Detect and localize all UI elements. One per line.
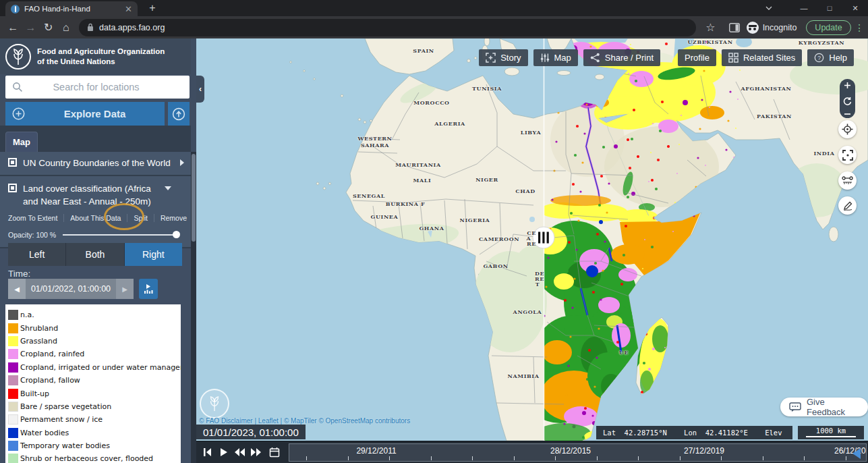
window-minimize-button[interactable]: —: [791, 4, 817, 12]
map-button-story[interactable]: Story: [479, 49, 527, 66]
tab-title: FAO Hand-in-Hand: [24, 5, 125, 13]
update-button[interactable]: Update: [806, 20, 850, 35]
address-bar[interactable]: data.apps.fao.org: [79, 19, 696, 36]
time-next-button[interactable]: ▶: [116, 279, 134, 299]
home-button[interactable]: ⌂: [57, 22, 75, 34]
map-button-share-print[interactable]: Share / Print: [583, 49, 660, 66]
window-close-button[interactable]: ✕: [842, 4, 868, 13]
search-input[interactable]: [23, 82, 190, 92]
sidebar-collapse-button[interactable]: ‹: [196, 76, 204, 103]
sidebar-scrollbar[interactable]: [191, 152, 196, 463]
share-icon: [590, 53, 600, 63]
new-tab-button[interactable]: +: [146, 2, 159, 14]
layer-checkbox[interactable]: [8, 184, 17, 192]
time-value[interactable]: 01/01/2022, 01:00:00: [26, 279, 116, 299]
split-both-button[interactable]: Both: [65, 243, 123, 266]
map-attribution[interactable]: © FAO Disclaimer | Leaflet | © MapTiler …: [199, 417, 410, 425]
scale-line: [806, 436, 856, 437]
layer-un-boundaries[interactable]: UN Country Boundaries of the World: [0, 152, 191, 176]
layer-landcover-panel: Land cover classification (Africa and Ne…: [0, 176, 191, 248]
reload-button[interactable]: ↻: [40, 21, 57, 34]
map-button-label: Help: [829, 53, 847, 63]
legend-item: Built-up: [8, 387, 178, 400]
measure-button[interactable]: [838, 171, 857, 190]
sidebar-header: Food and Agriculture Organization of the…: [0, 38, 191, 74]
time-animate-button[interactable]: [139, 279, 158, 299]
map-current-time: 01/01/2023, 01:00:00: [196, 425, 306, 439]
legend-swatch: [8, 362, 18, 373]
map-button-label: Story: [500, 53, 521, 63]
timeline-date-label: 27/12/2019: [684, 446, 724, 456]
slider-knob[interactable]: [173, 231, 180, 238]
split-right-button[interactable]: Right: [124, 243, 182, 266]
map-button-label: Related Sites: [743, 53, 795, 63]
locate-button[interactable]: [838, 120, 857, 138]
window-chevron-icon[interactable]: [765, 6, 791, 10]
legend-label: Built-up: [20, 389, 49, 398]
give-feedback-button[interactable]: Give Feedback: [780, 398, 868, 416]
upload-data-button[interactable]: [168, 102, 190, 126]
zoom-out-button[interactable]: [844, 113, 851, 115]
timeline-forward-button[interactable]: [248, 444, 264, 460]
back-button[interactable]: ←: [4, 22, 22, 34]
layer-title: UN Country Boundaries of the World: [23, 157, 180, 170]
tab-map[interactable]: Map: [5, 132, 38, 152]
map-button-label: Share / Print: [605, 53, 654, 63]
map-button-profile[interactable]: Profile: [678, 49, 716, 66]
tab-close-icon[interactable]: ✕: [125, 4, 132, 14]
timeline-skip-start-button[interactable]: [199, 444, 215, 460]
timeline-rewind-button[interactable]: [231, 444, 248, 460]
legend-swatch: [8, 389, 18, 399]
window-maximize-button[interactable]: □: [817, 4, 842, 12]
search-icon: [12, 82, 23, 92]
app-root: Food and Agriculture Organization of the…: [0, 38, 868, 463]
split-action[interactable]: Split: [127, 214, 153, 222]
timeline-tick: [472, 456, 473, 460]
layer-landcover[interactable]: Land cover classification (Africa and Ne…: [0, 178, 191, 210]
legend-label: Shrubland: [20, 324, 58, 333]
split-left-button[interactable]: Left: [8, 243, 65, 266]
timeline-tick: [763, 456, 763, 460]
opacity-slider[interactable]: [63, 234, 179, 236]
zoom-in-button[interactable]: [844, 82, 851, 89]
menu-kebab-icon[interactable]: ⋮: [851, 22, 868, 33]
browser-tab[interactable]: FAO Hand-in-Hand ✕: [5, 1, 138, 16]
bookmark-star-icon[interactable]: ☆: [701, 21, 719, 34]
sidebar: Food and Agriculture Organization of the…: [0, 38, 196, 463]
fao-logo-icon: [5, 44, 31, 70]
timeline-current-marker[interactable]: [852, 448, 861, 459]
timeline-date-label: 28/12/2015: [550, 446, 591, 456]
zoom-reset-icon[interactable]: [843, 97, 852, 105]
pencil-icon: [842, 200, 853, 211]
map-button-help[interactable]: ?Help: [807, 49, 854, 66]
forward-button[interactable]: →: [22, 22, 39, 34]
timeline-tick: [804, 456, 805, 460]
opacity-control: Opacity: 100 %: [0, 227, 191, 240]
timeline-tick: [680, 456, 681, 460]
scrollbar-thumb[interactable]: [192, 154, 196, 242]
side-panel-icon[interactable]: [729, 23, 740, 32]
about-this-data-action[interactable]: About This Data: [63, 214, 127, 222]
time-label: Time:: [8, 269, 30, 279]
extent-button[interactable]: [838, 146, 857, 164]
chevron-down-icon[interactable]: [165, 186, 171, 190]
grid-icon: [728, 53, 739, 63]
timeline-play-button[interactable]: [215, 444, 231, 460]
draw-button[interactable]: [838, 196, 857, 215]
timeline-track[interactable]: 29/12/201128/12/201527/12/201926/12/2023: [289, 443, 867, 462]
timeline-tick: [555, 456, 556, 460]
chevron-right-icon[interactable]: [180, 159, 184, 166]
zoom-to-extent-action[interactable]: Zoom To Extent: [8, 214, 63, 222]
layer-checkbox[interactable]: [8, 158, 17, 167]
timeline-calendar-button[interactable]: [266, 444, 283, 460]
map-button-related-sites[interactable]: Related Sites: [722, 49, 802, 66]
extent-icon: [842, 150, 853, 161]
legend-label: Permament snow / ice: [20, 415, 103, 424]
map-canvas[interactable]: SPAINMOROCCOTUNISIAALGERIALIBYAWESTERNSA…: [196, 38, 868, 463]
remove-action[interactable]: Remove: [154, 214, 193, 222]
scale-label: 1000 km: [816, 427, 846, 435]
timeline-date-label: 29/12/2011: [356, 446, 396, 456]
map-button-map[interactable]: Map: [533, 49, 578, 66]
explore-data-button[interactable]: Explore Data: [5, 102, 165, 126]
time-prev-button[interactable]: ◀: [8, 279, 26, 299]
